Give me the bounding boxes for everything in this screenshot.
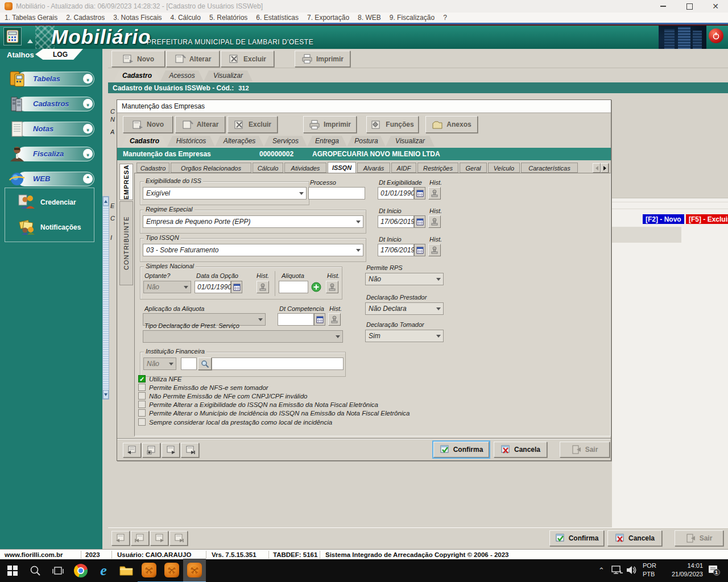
dialog-tab-alteracoes[interactable]: Alterações: [215, 136, 264, 147]
menu-web[interactable]: 8. WEB: [358, 14, 381, 22]
menu-exportacao[interactable]: 7. Exportação: [307, 14, 349, 22]
menu-calculo[interactable]: 4. Cálculo: [171, 14, 201, 22]
fiorilli-app-icon-2[interactable]: [160, 559, 183, 582]
dialog-tab-historicos[interactable]: Históricos: [167, 136, 215, 147]
page-tab-veiculo[interactable]: Veículo: [488, 163, 520, 173]
fiorilli-app-icon-1[interactable]: [138, 559, 160, 582]
history-stamp-icon[interactable]: [326, 281, 338, 293]
fiorilli-app-icon-active[interactable]: [183, 559, 206, 582]
checkbox-local-prestacao[interactable]: [138, 418, 146, 426]
calendar-icon[interactable]: [414, 244, 425, 256]
calculator-icon[interactable]: [3, 27, 22, 45]
checkbox-utiliza-nfe[interactable]: ✓: [138, 375, 146, 383]
dt-competencia-input[interactable]: [278, 313, 314, 326]
optante-select[interactable]: Não: [143, 281, 191, 293]
chevron-up-icon[interactable]: ⌃⌃: [83, 174, 93, 184]
outer-tab-visualizar[interactable]: Visualizar: [204, 70, 253, 81]
data-opcao-input[interactable]: 01/01/1990: [195, 281, 231, 293]
sidebar-item-tabelas[interactable]: Tabelas ⌄⌄: [0, 69, 102, 89]
dialog-novo-button[interactable]: Novo: [123, 116, 173, 133]
menu-relatorios[interactable]: 5. Relatórios: [209, 14, 247, 22]
regime-dt-input[interactable]: 17/06/2019: [378, 215, 414, 228]
tipo-decl-select[interactable]: [143, 330, 343, 343]
page-tab-atividades[interactable]: Atividades: [284, 163, 326, 173]
history-stamp-icon[interactable]: [257, 281, 269, 293]
menu-estatisticas[interactable]: 6. Estatísticas: [256, 14, 299, 22]
menu-tabelas-gerais[interactable]: 1. Tabelas Gerais: [5, 14, 57, 22]
nav-first-record-button[interactable]: [123, 443, 141, 458]
processo-input[interactable]: [308, 187, 365, 199]
side-tab-empresa[interactable]: EMPRESA: [119, 164, 133, 200]
sidebar-atalhos-label[interactable]: Atalhos: [7, 51, 34, 59]
outer-excluir-button[interactable]: Excluir: [221, 51, 274, 67]
search-magnifier-icon[interactable]: [198, 357, 212, 370]
page-tab-geral[interactable]: Geral: [460, 163, 487, 173]
sidebar-item-fiscaliza[interactable]: Fiscaliza ⌄⌄: [0, 144, 102, 164]
tab-scroll-left-arrow[interactable]: [593, 163, 601, 173]
chevron-down-icon[interactable]: ⌄⌄: [83, 149, 93, 159]
nav-next-record-button[interactable]: [162, 443, 180, 458]
notification-center-icon[interactable]: 1: [708, 564, 720, 579]
decl-tomador-select[interactable]: Sim: [365, 330, 444, 342]
language-indicator[interactable]: PORPTB: [643, 562, 656, 579]
sidebar-subitem-notificacoes[interactable]: Notificações: [5, 215, 94, 240]
file-explorer-icon[interactable]: [115, 559, 138, 582]
volume-icon[interactable]: [626, 565, 638, 577]
start-button[interactable]: [1, 559, 24, 582]
page-tab-restricoes[interactable]: Restrições: [417, 163, 458, 173]
permite-rps-select[interactable]: Não: [365, 273, 444, 285]
tray-chevron-up-icon[interactable]: ⌃: [598, 566, 605, 575]
nav-prev-record-button[interactable]: [142, 443, 160, 458]
regime-select[interactable]: Empresa de Pequeno Porte (EPP): [143, 215, 363, 228]
decl-prestador-select[interactable]: Não Declara: [365, 302, 444, 315]
page-tab-issqn[interactable]: ISSQN: [328, 162, 356, 173]
sidebar-item-web[interactable]: WEB ⌃⌃: [0, 169, 102, 189]
inst-fin-code-input[interactable]: [181, 357, 197, 370]
tipo-issqn-dt-input[interactable]: 17/06/2019: [378, 244, 414, 256]
network-icon[interactable]: [611, 565, 623, 577]
outer-alterar-button[interactable]: Alterar: [166, 51, 220, 67]
history-stamp-icon[interactable]: [428, 244, 441, 256]
dialog-anexos-button[interactable]: Anexos: [425, 116, 478, 133]
calendar-icon[interactable]: [231, 281, 242, 293]
add-plus-icon[interactable]: [310, 281, 322, 293]
page-tab-calculo[interactable]: Cálculo: [253, 163, 283, 173]
history-stamp-icon[interactable]: [428, 215, 441, 228]
dialog-confirma-button[interactable]: Confirma: [433, 442, 489, 458]
calendar-icon[interactable]: [414, 187, 425, 199]
sidebar-subitem-credenciar[interactable]: Credenciar: [5, 192, 94, 214]
checkbox-alterar-exigibilidade[interactable]: [138, 401, 146, 408]
dialog-tab-postura[interactable]: Postura: [347, 136, 386, 147]
tipo-issqn-select[interactable]: 03 - Sobre Faturamento: [143, 244, 363, 256]
dialog-sair-button[interactable]: Sair: [560, 442, 610, 458]
dialog-cancela-button[interactable]: Cancela: [494, 442, 547, 458]
clock-indicator[interactable]: 14:0121/09/2023: [663, 562, 703, 579]
outer-confirma-button[interactable]: Confirma: [549, 530, 604, 546]
status-site[interactable]: www.fiorilli.com.br: [5, 551, 63, 558]
history-stamp-icon[interactable]: [428, 187, 441, 199]
background-vertical-scrollbar[interactable]: [102, 196, 109, 400]
outer-nav-prev-button[interactable]: [131, 531, 149, 546]
calendar-icon[interactable]: [314, 313, 325, 326]
page-tab-cadastro[interactable]: Cadastro: [136, 163, 169, 173]
minimize-button[interactable]: [651, 1, 676, 12]
outer-imprimir-button[interactable]: Imprimir: [295, 51, 350, 67]
dialog-tab-servicos[interactable]: Serviços: [264, 136, 307, 147]
aliquota-input[interactable]: [279, 281, 308, 293]
sidebar-item-cadastros[interactable]: Cadastros ⌄⌄: [0, 94, 102, 114]
inst-fin-select[interactable]: Não: [143, 357, 176, 370]
chevron-down-icon[interactable]: ⌄⌄: [83, 74, 93, 84]
menu-fiscalizacao[interactable]: 9. Fiscalização: [390, 14, 435, 22]
outer-novo-button[interactable]: Novo: [111, 51, 165, 67]
tab-scroll-right-arrow[interactable]: [601, 163, 609, 173]
menu-help[interactable]: ?: [443, 14, 447, 22]
side-tab-contribuinte[interactable]: CONTRIBUINTE: [119, 201, 133, 285]
calendar-icon[interactable]: [414, 215, 425, 228]
dialog-alterar-button[interactable]: Alterar: [175, 116, 225, 133]
page-tab-caracteristicas[interactable]: Características: [521, 163, 578, 173]
dialog-excluir-button[interactable]: Excluir: [228, 116, 278, 133]
checkbox-nfse-sem-tomador[interactable]: [138, 384, 146, 391]
outer-tab-cadastro[interactable]: Cadastro: [114, 70, 160, 81]
dialog-imprimir-button[interactable]: Imprimir: [303, 116, 357, 133]
outer-nav-next-button[interactable]: [150, 531, 168, 546]
